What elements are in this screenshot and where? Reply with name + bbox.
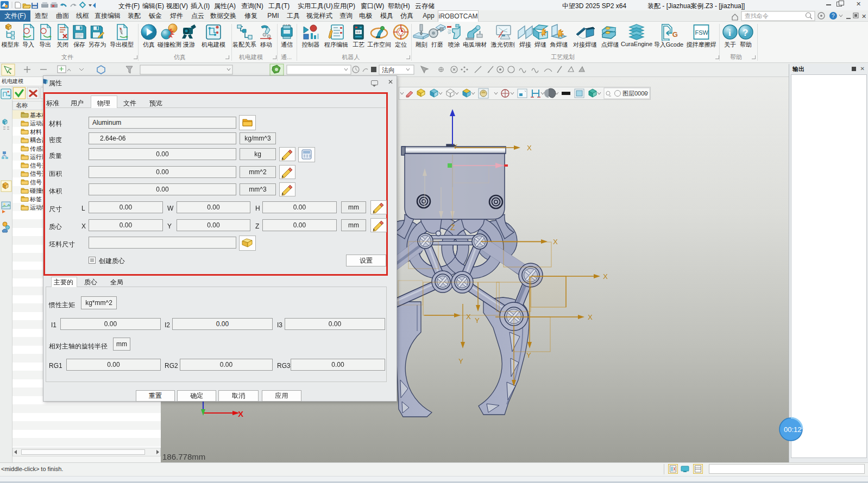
svg-text:X: X bbox=[527, 144, 532, 152]
svg-text:0.0: 0.0 bbox=[356, 30, 360, 34]
svg-text:00:12: 00:12 bbox=[784, 425, 802, 434]
svg-text:?: ? bbox=[743, 28, 748, 38]
svg-text:?: ? bbox=[832, 13, 835, 19]
svg-text:图层0000: 图层0000 bbox=[622, 90, 647, 97]
svg-text:i: i bbox=[728, 28, 731, 38]
svg-text:X: X bbox=[588, 313, 593, 321]
svg-text:Y: Y bbox=[458, 357, 463, 365]
svg-text:查找命令: 查找命令 bbox=[745, 12, 769, 19]
svg-text:✕: ✕ bbox=[861, 13, 866, 20]
svg-text:186.778mm: 186.778mm bbox=[162, 452, 205, 461]
svg-text:X: X bbox=[466, 313, 471, 321]
svg-text:X: X bbox=[238, 409, 243, 418]
svg-text:Y: Y bbox=[526, 351, 531, 359]
svg-text:X: X bbox=[603, 272, 608, 281]
svg-text:Z: Z bbox=[450, 223, 455, 232]
svg-text:Y: Y bbox=[475, 316, 480, 325]
svg-text:G: G bbox=[672, 30, 678, 39]
svg-text:法向: 法向 bbox=[382, 66, 395, 74]
svg-text:FSW: FSW bbox=[695, 29, 708, 36]
svg-text:X: X bbox=[553, 238, 558, 246]
